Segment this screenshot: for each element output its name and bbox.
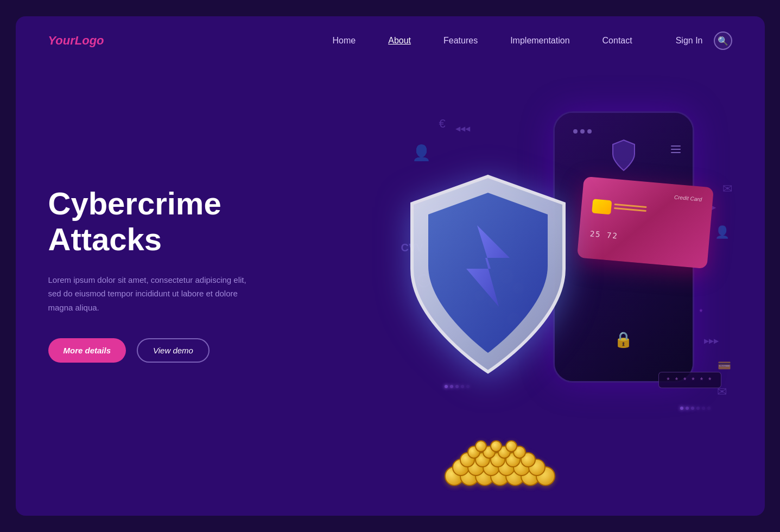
right-illustration: € ◀◀◀ $ ◀◀◀ CVV ◀◀◀ [341, 65, 765, 516]
page-wrapper: YourLogo Home About Features Implementat… [16, 16, 765, 516]
card-icon-right: 💳 [718, 359, 731, 372]
nav-links: Home About Features Implementation Conta… [333, 36, 632, 46]
password-field: * * * * * * [658, 372, 721, 388]
shield-svg [401, 171, 575, 377]
euro-icon: € [439, 117, 446, 131]
phone-lock-icon: 🔒 [614, 331, 633, 349]
hero-title: CybercrimeAttacks [48, 186, 255, 258]
pile-coin-25 [505, 440, 517, 452]
logo: YourLogo [48, 34, 104, 48]
menu-line-3 [671, 152, 681, 153]
credit-card-number: 25 72 [589, 229, 618, 240]
nav-contact[interactable]: Contact [603, 36, 632, 46]
coin-pile-wrapper [445, 442, 553, 486]
more-details-button[interactable]: More details [48, 338, 126, 363]
phone-dot-2 [580, 129, 585, 134]
phone-dot-1 [573, 129, 578, 134]
nav-about[interactable]: About [388, 36, 411, 46]
nav-implementation[interactable]: Implementation [510, 36, 569, 46]
menu-line-1 [671, 145, 681, 147]
credit-card-chip-lines [613, 204, 646, 212]
search-icon: 🔍 [718, 36, 728, 46]
search-button[interactable]: 🔍 [714, 31, 732, 50]
credit-card-chip [592, 199, 612, 214]
pile-coin-24 [490, 440, 502, 452]
credit-card: Credit Card 25 72 [576, 176, 713, 269]
phone-dot-3 [587, 129, 592, 134]
hero-description: Lorem ipsum dolor sit amet, consectetur … [48, 273, 255, 315]
phone-menu [671, 145, 681, 153]
illustration: € ◀◀◀ $ ◀◀◀ CVV ◀◀◀ [369, 84, 738, 497]
shield-container [401, 171, 575, 379]
btn-group: More details View demo [48, 338, 255, 363]
dots-trail-left [445, 385, 470, 388]
arrows-euro: ◀◀◀ [455, 125, 470, 132]
sign-in-link[interactable]: Sign In [676, 36, 703, 46]
dots-trail-right [680, 407, 711, 410]
user-icon-right: 👤 [715, 225, 730, 239]
envelope-icon-top: ✉ [722, 182, 732, 196]
nav-features[interactable]: Features [443, 36, 478, 46]
main-content: CybercrimeAttacks Lorem ipsum dolor sit … [16, 65, 765, 516]
view-demo-button[interactable]: View demo [137, 338, 210, 363]
pile-coin-23 [475, 440, 487, 452]
person-icon-float: 👤 [412, 144, 431, 162]
left-section: CybercrimeAttacks Lorem ipsum dolor sit … [48, 186, 255, 396]
nav-right: Sign In 🔍 [676, 31, 732, 50]
arrows-right-2: ▶▶▶ [704, 337, 719, 345]
navbar: YourLogo Home About Features Implementat… [16, 16, 765, 65]
nav-home[interactable]: Home [333, 36, 356, 46]
chip-line-2 [613, 207, 646, 212]
menu-line-2 [671, 149, 681, 150]
phone-shield-icon [610, 139, 637, 176]
